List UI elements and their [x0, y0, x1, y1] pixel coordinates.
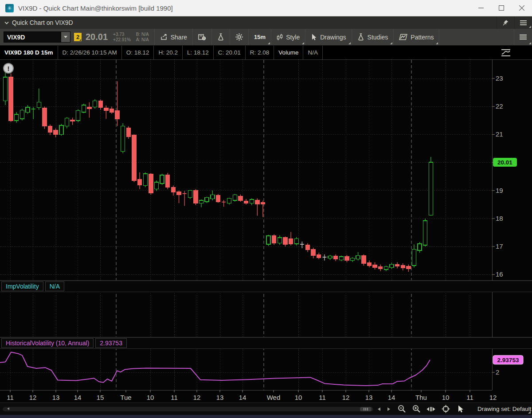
candle [104, 105, 108, 119]
chart-tab[interactable]: Quick Chart on VIX9D [0, 19, 497, 26]
candle [250, 198, 254, 205]
chart-status-bar: Drawing set: Default [0, 402, 532, 415]
share-icon [160, 34, 168, 40]
pan-right-button[interactable] [385, 405, 393, 413]
symbol-input[interactable] [4, 31, 61, 43]
settings-gear-button[interactable] [230, 29, 248, 45]
horizontal-expand-button[interactable] [425, 404, 437, 414]
drawing-set-selector[interactable]: Drawing set: Default [477, 406, 532, 412]
historicalvolatility-study-label[interactable]: HistoricalVolatility (10, Annual) [1, 338, 94, 348]
chevron-down-icon [4, 21, 9, 25]
candle [155, 180, 159, 191]
pan-left-button[interactable] [375, 405, 383, 413]
candle [294, 237, 298, 246]
candle [390, 263, 394, 269]
studies-button[interactable]: Studies [352, 29, 394, 45]
candle [87, 102, 91, 118]
link-number-badge[interactable]: 2 [74, 33, 82, 41]
candle [384, 266, 388, 271]
style-button[interactable]: Style [271, 29, 305, 45]
candle [395, 262, 399, 269]
candlestick-chart-canvas[interactable]: 2322211918171620.0122.937531112131415Tue… [0, 60, 532, 402]
crosshair-icon [442, 405, 450, 413]
time-axis-label: 14 [239, 394, 246, 401]
patterns-button[interactable]: Patterns [394, 29, 439, 45]
candle [239, 195, 243, 202]
candle [423, 219, 427, 246]
analyze-flask-button[interactable] [212, 29, 230, 45]
share-button[interactable]: Share [155, 29, 192, 45]
candle [379, 265, 383, 271]
candle [233, 194, 237, 202]
historicalvolatility-value: 2.93753 [95, 338, 127, 348]
historicalvolatility-panel-header: HistoricalVolatility (10, Annual) 2.9375… [0, 337, 532, 349]
historical-volatility-line [0, 352, 430, 386]
tab-title: Quick Chart on VIX9D [12, 19, 73, 26]
candle [177, 191, 181, 203]
time-axis-label: 14 [74, 394, 82, 401]
tab-menu-button[interactable] [514, 16, 532, 29]
volume-value: N/A [303, 46, 323, 59]
candle [160, 174, 164, 185]
candle [183, 191, 187, 206]
crosshair-button[interactable] [440, 404, 451, 414]
candle [317, 253, 321, 259]
candle [149, 173, 153, 195]
candle [171, 185, 175, 195]
candle [20, 109, 24, 121]
change-value: +3.73 [113, 32, 131, 37]
zoom-out-button[interactable] [396, 404, 407, 414]
close-readout: C: 20.01 [214, 46, 246, 59]
zoom-in-button[interactable] [411, 404, 422, 414]
candle [121, 123, 125, 153]
candle [188, 190, 192, 199]
scrollbar-grip[interactable] [360, 407, 372, 411]
hv-tick-label: 2 [496, 368, 499, 376]
price-tick-label: 17 [496, 242, 503, 250]
maximize-button[interactable] [491, 0, 512, 16]
change-percent: +22.91% [113, 37, 131, 43]
candle [126, 126, 130, 138]
candle [200, 199, 203, 207]
price-tick-label: 23 [496, 74, 503, 82]
candle [345, 255, 349, 262]
time-axis-label: 11 [466, 394, 473, 401]
time-axis-label: 13 [216, 394, 224, 401]
studies-flask-icon [357, 33, 364, 41]
toolbar-menu-button[interactable] [514, 29, 532, 45]
candle [429, 157, 433, 216]
candle [211, 191, 215, 200]
close-button[interactable] [512, 0, 532, 16]
cursor-icon [311, 34, 317, 41]
pin-button[interactable] [497, 16, 514, 29]
time-axis-label: 10 [147, 394, 154, 401]
chart-area[interactable]: 2322211918171620.0122.937531112131415Tue… [0, 60, 532, 402]
cursor-tool-button[interactable] [454, 404, 466, 414]
chart-scrollbar[interactable] [3, 407, 373, 411]
candle [43, 106, 47, 129]
drawings-button[interactable]: Drawings [305, 29, 351, 45]
candle [194, 189, 198, 205]
candle [289, 232, 293, 245]
impvolatility-study-label[interactable]: ImpVolatility [1, 281, 43, 291]
chart-mode-icon[interactable] [500, 46, 532, 59]
candle [261, 201, 265, 217]
candle [143, 172, 147, 187]
candle [15, 112, 19, 123]
candlestick-style-icon [277, 34, 283, 41]
minimize-button[interactable] [471, 0, 491, 16]
low-readout: L: 18.12 [183, 46, 214, 59]
candle [4, 71, 8, 105]
impvolatility-panel-header: ImpVolatility N/A [0, 281, 532, 292]
candle [54, 128, 58, 137]
candle [367, 261, 371, 267]
symbol-dropdown-button[interactable] [61, 31, 70, 43]
candle [59, 124, 63, 136]
range-readout: R: 2.08 [246, 46, 274, 59]
candle [401, 263, 405, 270]
report-alert-button[interactable]: ! [193, 29, 211, 45]
data-warning-icon[interactable]: ! [3, 63, 14, 74]
timeframe-button[interactable]: 15m [249, 29, 271, 45]
candle [283, 236, 287, 246]
open-readout: O: 18.12 [122, 46, 154, 59]
